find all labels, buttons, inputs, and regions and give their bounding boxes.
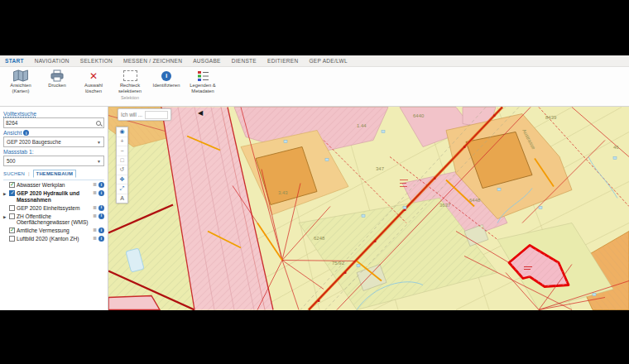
parcel-label: 75/92 [332, 261, 345, 266]
ribbon-tab-start[interactable]: START [5, 58, 24, 64]
layer-item-zh-öffentliche-oberflächengewässer-wms[interactable]: ▶ZH Öffentliche Oberflächengewässer (WMS… [3, 213, 104, 226]
massstab-dropdown[interactable]: 500 ▼ [3, 156, 104, 166]
button-label: Ansichten (Karten) [3, 83, 38, 93]
zoom-in-icon[interactable]: + [117, 137, 127, 147]
button-label: Identifizieren [153, 83, 180, 89]
ansicht-label: Ansicht [3, 130, 22, 136]
layer-options-icon[interactable]: ≣ [93, 190, 97, 196]
button-label: Drucken [48, 83, 66, 89]
layer-label: GEP 2020 Einheitssystem [17, 205, 91, 212]
ribbon-group-label: Selektion [121, 95, 139, 100]
layer-item-luftbild-2020-kanton-zh[interactable]: Luftbild 2020 (Kanton ZH)≣i [3, 236, 104, 242]
print-icon [50, 69, 64, 82]
layer-options-icon[interactable]: ≣ [93, 205, 97, 211]
search-icon[interactable] [95, 120, 102, 127]
overview-map-icon[interactable]: ◉ [117, 127, 127, 137]
layer-checkbox[interactable] [9, 228, 15, 233]
zoom-out-icon[interactable]: − [117, 146, 127, 156]
chevron-down-icon: ▼ [97, 140, 101, 145]
tab-suchen[interactable]: SUCHEN [3, 171, 25, 176]
ribbon-tab-selektion[interactable]: SELEKTION [80, 58, 113, 64]
layer-options-icon[interactable]: ≣ [93, 236, 97, 242]
layer-label: GEP 2020 Hydraulik und Massnahmen [17, 190, 91, 203]
button-label: Legenden & Metadaten [185, 83, 220, 93]
layer-options-icon[interactable]: ≣ [93, 182, 97, 188]
map-toolbar: ◉+−□↺✥⤢A [116, 127, 128, 204]
layer-options-icon[interactable]: ≣ [93, 213, 97, 219]
ribbon-tab-dienste[interactable]: DIENSTE [232, 58, 257, 64]
pan-icon[interactable]: ✥ [117, 175, 127, 185]
layer-info-icon[interactable]: i [98, 190, 104, 196]
layer-info-icon[interactable]: i [98, 213, 104, 219]
massstab-label: Massstab 1: [3, 149, 34, 155]
ribbon-tab-messen-zeichnen[interactable]: MESSEN / ZEICHNEN [123, 58, 182, 64]
layer-item-gep-2020-einheitssystem[interactable]: GEP 2020 Einheitssystem≣i [3, 205, 104, 212]
identifizieren-button[interactable]: iIdentifizieren [149, 69, 184, 89]
parcel-label: 6248 [314, 236, 325, 241]
ribbon-tab-editieren[interactable]: EDITIEREN [267, 58, 298, 64]
parcel-label: 6448 [469, 198, 481, 203]
massstab-dropdown-value: 500 [7, 158, 16, 164]
auswahl-löschen-button[interactable]: ✕Auswahl löschen [76, 69, 111, 93]
ribbon-tab-navigation[interactable]: NAVIGATION [35, 58, 70, 64]
fulltext-search-label: Volltextsuche [3, 111, 104, 117]
map-viewport[interactable]: 1.4464403473.43363784396448624875/9246Au… [108, 107, 629, 310]
layer-item-amtliche-vermessung[interactable]: Amtliche Vermessung≣i [3, 228, 104, 234]
layer-info-icon[interactable]: i [98, 236, 104, 242]
ribbon-tab-bar: STARTNAVIGATIONSELEKTIONMESSEN / ZEICHNE… [0, 55, 629, 67]
layer-checkbox[interactable] [9, 205, 15, 211]
layer-checkbox[interactable] [9, 190, 15, 196]
layer-label: ZH Öffentliche Oberflächengewässer (WMS) [17, 213, 91, 226]
rechteck-selektieren-button[interactable]: Rechteck selektierenSelektion [113, 69, 147, 100]
layer-label: Abwasser Werkplan [17, 182, 91, 189]
tab-themenbaum[interactable]: THEMENBAUM [33, 170, 77, 178]
full-extent-icon[interactable]: ⤢ [117, 184, 127, 194]
sidebar-panel: Volltextsuche Ansicht i GEP 2020 Baugesu… [0, 107, 108, 310]
layer-item-gep-2020-hydraulik-und-massnahmen[interactable]: ▶GEP 2020 Hydraulik und Massnahmen≣i [3, 190, 104, 203]
parcel-label: 46 [613, 145, 619, 150]
layer-options-icon[interactable]: ≣ [93, 228, 97, 233]
layer-checkbox[interactable] [9, 213, 15, 219]
ribbon-toolbar: Ansichten (Karten)Drucken✕Auswahl lösche… [0, 67, 629, 107]
ansicht-dropdown[interactable]: GEP 2020 Baugesuche ▼ [3, 136, 104, 147]
layer-info-icon[interactable]: i [98, 228, 104, 233]
ich-will-label: Ich will ... [121, 112, 142, 117]
expander-icon[interactable]: ▶ [3, 214, 7, 221]
expander-icon[interactable]: ▶ [3, 191, 7, 198]
parcel-label: 6440 [413, 113, 425, 118]
ansichten-karten-button[interactable]: Ansichten (Karten) [3, 69, 38, 93]
ribbon-tab-ausgabe[interactable]: AUSGABE [193, 58, 221, 64]
layer-checkbox[interactable] [9, 182, 15, 188]
views-map-icon [12, 69, 29, 82]
massstab-label-row: Massstab 1: [3, 149, 104, 155]
parcel-label: 3.43 [278, 190, 288, 195]
layer-info-icon[interactable]: i [98, 182, 104, 188]
ribbon-tab-gep-ade-lwl[interactable]: GEP ADE/LWL [309, 58, 347, 64]
chevron-down-icon: ▼ [97, 159, 101, 164]
search-input[interactable] [4, 120, 95, 126]
scale-text-icon[interactable]: A [117, 194, 127, 204]
rect-select-icon [123, 69, 137, 82]
ich-will-widget[interactable]: Ich will ... [118, 108, 171, 121]
gis-application-window: STARTNAVIGATIONSELEKTIONMESSEN / ZEICHNE… [0, 55, 629, 306]
drucken-button[interactable]: Drucken [40, 69, 74, 89]
parcel-label: 347 [376, 166, 385, 171]
screenshot-stage: STARTNAVIGATIONSELEKTIONMESSEN / ZEICHNE… [0, 0, 629, 364]
layer-label: Amtliche Vermessung [17, 228, 91, 234]
zoom-window-icon[interactable]: □ [117, 156, 127, 166]
ich-will-input[interactable] [145, 111, 168, 119]
cadastral-map[interactable]: 1.4464403473.43363784396448624875/9246Au… [108, 107, 629, 310]
layer-info-icon[interactable]: i [98, 205, 104, 211]
previous-extent-icon[interactable]: ↺ [117, 165, 127, 175]
main-content: Volltextsuche Ansicht i GEP 2020 Baugesu… [0, 107, 629, 310]
collapse-sidebar-icon[interactable]: ◀ [198, 109, 203, 117]
layer-label: Luftbild 2020 (Kanton ZH) [17, 236, 91, 242]
fulltext-search-box [3, 117, 104, 128]
button-label: Rechteck selektieren [113, 83, 147, 93]
ansicht-dropdown-value: GEP 2020 Baugesuche [7, 139, 61, 145]
legenden-metadaten-button[interactable]: Legenden & Metadaten [185, 69, 220, 93]
parcel-label: 1.44 [357, 123, 367, 128]
layer-checkbox[interactable] [9, 236, 15, 242]
layer-item-abwasser-werkplan[interactable]: Abwasser Werkplan≣i [3, 182, 104, 189]
ansicht-info-icon[interactable]: i [23, 130, 29, 136]
